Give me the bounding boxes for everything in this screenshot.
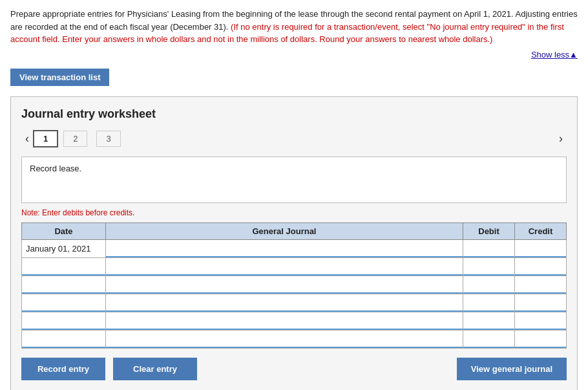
instructions-block: Prepare appropriate entries for Physicia… [0, 0, 588, 50]
credit-cell [515, 239, 567, 257]
table-row [22, 312, 567, 330]
date-input[interactable] [22, 312, 105, 330]
debit-input[interactable] [463, 330, 514, 348]
tab-1[interactable]: 1 [33, 130, 58, 147]
debit-input[interactable] [463, 312, 514, 330]
general-journal-input[interactable] [106, 294, 463, 312]
general-journal-cell [106, 276, 463, 294]
view-general-journal-button[interactable]: View general journal [457, 358, 567, 380]
buttons-row: Record entry Clear entry View general jo… [21, 358, 567, 380]
tabs-row: ‹ 1 2 3 › [21, 130, 567, 147]
table-row [22, 294, 567, 312]
worksheet-title: Journal entry worksheet [21, 107, 567, 121]
general-journal-input[interactable] [106, 240, 463, 257]
debit-cell [463, 257, 515, 276]
debit-cell [463, 312, 515, 330]
table-row [22, 276, 567, 294]
description-text: Record lease. [30, 164, 81, 173]
col-header-date: Date [22, 222, 106, 239]
table-row: January 01, 2021 [22, 239, 567, 257]
view-transaction-button[interactable]: View transaction list [10, 69, 109, 86]
debit-cell [463, 276, 515, 294]
table-row [22, 257, 567, 276]
debit-cell [463, 330, 515, 348]
date-input[interactable] [22, 276, 105, 294]
credit-cell [515, 257, 567, 276]
date-cell [22, 294, 106, 312]
show-less-link[interactable]: Show less▲ [0, 50, 588, 63]
general-journal-cell [106, 312, 463, 330]
debit-input[interactable] [463, 294, 514, 312]
general-journal-cell [106, 330, 463, 348]
date-cell [22, 276, 106, 294]
clear-entry-button[interactable]: Clear entry [113, 358, 197, 380]
col-header-debit: Debit [463, 222, 515, 239]
credit-input[interactable] [515, 240, 566, 257]
date-input[interactable] [22, 330, 105, 348]
record-entry-button[interactable]: Record entry [21, 358, 105, 380]
debit-input[interactable] [463, 276, 514, 294]
general-journal-input[interactable] [106, 258, 463, 276]
credit-cell [515, 294, 567, 312]
tab-next-arrow[interactable]: › [555, 132, 567, 146]
col-header-general-journal: General Journal [106, 222, 463, 239]
journal-table: Date General Journal Debit Credit Januar… [21, 222, 567, 349]
col-header-credit: Credit [515, 222, 567, 239]
date-input[interactable] [22, 258, 105, 276]
debit-cell [463, 294, 515, 312]
credit-input[interactable] [515, 312, 566, 330]
credit-input[interactable] [515, 258, 566, 276]
general-journal-cell [106, 294, 463, 312]
date-cell [22, 257, 106, 276]
date-cell [22, 330, 106, 348]
credit-cell [515, 276, 567, 294]
credit-input[interactable] [515, 294, 566, 312]
debit-input[interactable] [463, 258, 514, 276]
general-journal-cell [106, 257, 463, 276]
credit-cell [515, 330, 567, 348]
debit-cell [463, 239, 515, 257]
description-box: Record lease. [21, 157, 567, 203]
general-journal-input[interactable] [106, 312, 463, 330]
credit-input[interactable] [515, 330, 566, 348]
date-cell [22, 312, 106, 330]
debit-input[interactable] [463, 240, 514, 257]
journal-entry-worksheet: Journal entry worksheet ‹ 1 2 3 › Record… [10, 96, 578, 391]
date-cell: January 01, 2021 [22, 239, 106, 257]
tab-2[interactable]: 2 [63, 131, 87, 147]
tab-prev-arrow[interactable]: ‹ [21, 132, 33, 146]
general-journal-cell [106, 239, 463, 257]
credit-input[interactable] [515, 276, 566, 294]
note-text: Note: Enter debits before credits. [21, 208, 567, 217]
general-journal-input[interactable] [106, 276, 463, 294]
table-row [22, 330, 567, 348]
date-input[interactable] [22, 294, 105, 312]
credit-cell [515, 312, 567, 330]
tab-3[interactable]: 3 [96, 131, 120, 147]
general-journal-input[interactable] [106, 330, 463, 348]
